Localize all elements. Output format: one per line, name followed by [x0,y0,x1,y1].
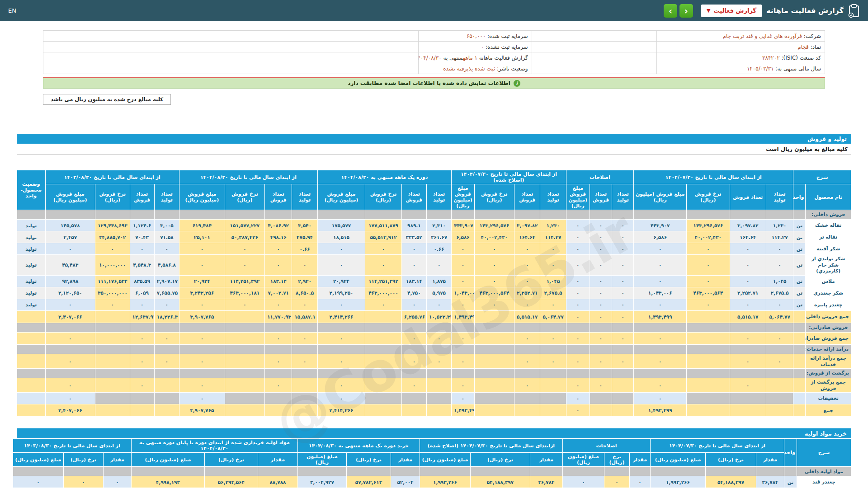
value-cell: ۲,۳۱۰ [427,220,452,231]
row-label: چغندر پاییزه [806,299,851,310]
value-cell: ۰ [566,220,590,231]
value-cell: ۶,۵۸۶ [452,231,474,243]
value-cell [730,369,766,378]
report-type-button[interactable]: گزارش فعالیت ▼ [701,5,762,17]
value-cell: ۰ [225,243,264,255]
value-cell: ۳۶,۷۸۴ [530,476,562,488]
column-header: تعداد فروش [514,184,540,210]
value-cell: ۰ [265,332,292,344]
value-cell: ۰ [604,476,629,488]
column-header: تعداد تولید [292,184,317,210]
info-label: شرکت: [802,33,821,39]
value-cell [612,393,634,404]
value-cell [154,323,179,332]
value-cell: ۱۷۵,۵۷۷ [317,220,365,231]
value-cell: ۲,۴۱۴,۲۶۶ [317,310,365,323]
value-cell: ۱۲,۶۳۷.۹۲ [130,310,154,323]
column-header: نرخ (ریال) [204,453,258,467]
value-cell: ۰ [452,378,474,393]
value-cell [154,344,179,354]
production-sales-table: شرحاز ابتدای سال مالی تا تاریخ ۱۴۰۴/۰۷/۳… [17,170,851,417]
value-cell: ۱۰,۵۲۲.۳۳ [427,310,452,323]
value-cell [179,210,225,220]
value-cell [634,369,687,378]
unit-cell [793,323,806,332]
value-cell [179,369,225,378]
info-label: گزارش فعالیت ماهانه [477,55,528,61]
value-cell: ۱,۹۹۳,۲۶۶ [650,476,705,488]
value-cell [514,404,540,417]
value-cell: ۲,۹۰۷.۱۷ [154,275,179,287]
value-cell [474,323,514,332]
value-cell: ۰ [427,332,452,344]
value-cell: ۰ [612,299,634,310]
value-cell [292,369,317,378]
value-cell [95,354,130,368]
value-cell: ۱۷۷,۵۱۱,۸۷۹ [365,220,401,231]
column-header: تعداد تولید [540,184,566,210]
column-header: نرخ فروش (ریال) [225,184,264,210]
value-cell: ۱۱۴.۲۷ [540,231,566,243]
nav-next-button[interactable]: › [664,4,677,18]
value-cell: ۷,۰۰۲.۷۱ [265,287,292,299]
value-cell [514,323,540,332]
info-value: ۶۵۰,۰۰۰ [467,33,486,39]
value-cell: ۰ [590,354,612,368]
value-cell: ۰ [154,332,179,344]
value-cell: ۰ [590,332,612,344]
value-cell: ۰ [687,243,730,255]
status-cell [17,344,46,354]
value-cell: ۰ [514,275,540,287]
status-cell [17,210,46,220]
value-cell: ۰ [540,243,566,255]
value-cell [130,404,154,417]
value-cell: ۰ [590,220,612,231]
value-cell: ۱,۰۴۳,۰۰۶ [452,287,474,299]
column-header: اصلاحات [562,439,650,453]
table-section-row: فروش داخلی: [17,210,851,220]
table-section-row: فروش صادراتی: [17,323,851,332]
value-cell: ۳,۵۴۰ [292,220,317,231]
amounts-unit-subtitle: کلیه مبالغ به میلیون ریال است [17,144,851,155]
value-cell [474,332,514,344]
nav-prev-button[interactable]: ‹ [679,4,693,18]
column-header: از ابتدای سال مالی تا تاریخ ۱۴۰۳/۰۸/۳۰ [13,439,131,453]
value-cell [427,369,452,378]
value-cell [634,323,687,332]
table-row: شکر چغندريتن۲,۶۷۵.۵۲,۲۵۲.۷۱۴۶۳,۰۰۰,۵۶۴۱,… [17,287,851,299]
value-cell [566,344,590,354]
row-label: شکر چغندري [806,287,851,299]
value-cell: ۰ [590,243,612,255]
value-cell: ۰ [514,332,540,344]
chevron-left-icon: › [669,6,672,16]
value-cell: ۸۸,۷۸۸ [258,476,297,488]
value-cell: ۶,۲۵۵.۷۶ [401,310,426,323]
value-cell: ۱۶۴.۶۴ [730,231,766,243]
language-toggle[interactable]: EN [8,7,16,14]
value-cell: ۰ [514,299,540,310]
value-cell: ۰ [566,299,590,310]
value-cell [317,344,365,354]
value-cell [154,378,179,393]
info-label: وضعیت ناشر: [495,66,528,72]
value-cell: ۷۰.۴۳ [130,231,154,243]
value-cell [179,344,225,354]
value-cell: ۰ [566,255,590,276]
value-cell: ۵۴,۱۸۸,۳۹۷ [706,476,756,488]
value-cell [730,210,766,220]
column-header: شرح [797,439,851,467]
value-cell [687,354,730,368]
row-label: شکر تولیدي از شکر خام (کارمزدي) [806,255,851,276]
unit-cell: تن [793,275,806,287]
value-cell [297,467,346,476]
value-cell [474,393,514,404]
section-bar-production-sales: تولید و فروش [17,134,851,144]
column-header: شرح [793,170,851,184]
info-value: قجام [797,44,809,50]
value-cell: ۰ [265,354,292,368]
value-cell: ۰ [154,243,179,255]
value-cell [766,323,793,332]
value-cell: ۰ [317,299,365,310]
value-cell: ۰ [265,299,292,310]
value-cell: ۳۵۰,۰۰۰,۰۰۰ [95,287,130,299]
